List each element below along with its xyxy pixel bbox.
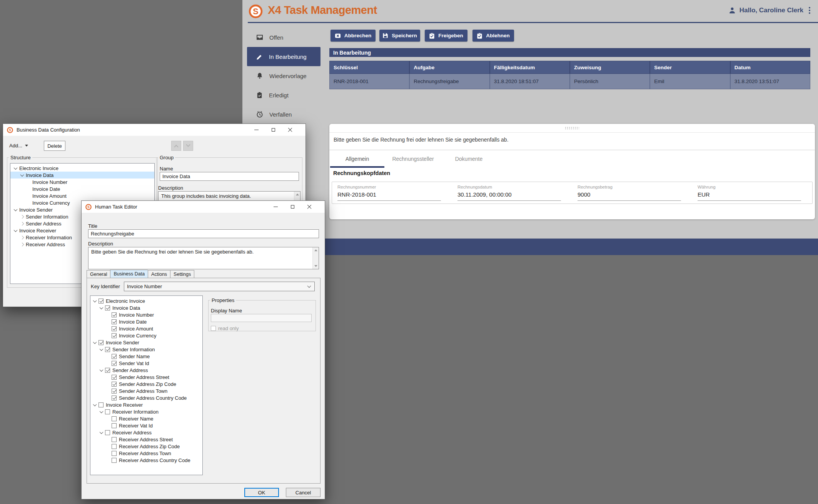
tree-checkbox[interactable]: [112, 389, 117, 394]
tree-chevron-icon[interactable]: [93, 402, 97, 406]
column-header[interactable]: Datum: [731, 61, 810, 73]
tree-checkbox[interactable]: [98, 340, 104, 345]
tree-node[interactable]: Electronic Invoice: [10, 165, 154, 172]
scroll-up-icon[interactable]: [296, 194, 299, 195]
tree-chevron-icon[interactable]: [100, 409, 104, 413]
sidebar-item-verfallen[interactable]: Verfallen: [242, 105, 325, 124]
field-value[interactable]: EUR: [698, 191, 801, 201]
tree-node[interactable]: Sender Information: [90, 346, 202, 353]
close-button[interactable]: [282, 124, 299, 136]
tree-node[interactable]: Invoice Date: [10, 185, 154, 192]
tree-checkbox[interactable]: [112, 451, 117, 456]
add-dropdown-button[interactable]: Add...: [9, 143, 28, 149]
tree-node[interactable]: Invoice Number: [10, 179, 154, 185]
user-menu[interactable]: Hallo, Caroline Clerk: [728, 6, 813, 15]
tree-checkbox[interactable]: [112, 423, 117, 428]
tree-node[interactable]: Invoice Data: [90, 304, 202, 311]
tab-allgemein[interactable]: Allgemein: [329, 150, 385, 168]
tree-chevron-icon[interactable]: [93, 340, 97, 344]
tree-node[interactable]: Invoice Data: [10, 172, 154, 179]
tree-checkbox[interactable]: [112, 444, 117, 449]
tab-settings[interactable]: Settings: [170, 270, 194, 278]
name-input[interactable]: Invoice Data: [160, 172, 299, 181]
tree-chevron-icon[interactable]: [14, 228, 18, 232]
tree-node[interactable]: Receiver Information: [90, 408, 202, 415]
sidebar-item-wiedervorlage[interactable]: Wiedervorlage: [242, 66, 325, 85]
tree-checkbox[interactable]: [105, 305, 110, 310]
key-identifier-dropdown[interactable]: Invoice Number: [124, 282, 315, 291]
tree-checkbox[interactable]: [112, 354, 117, 359]
tab-rechnungssteller[interactable]: Rechnungssteller: [385, 150, 441, 168]
cancel-button[interactable]: Cancel: [286, 488, 321, 497]
tree-checkbox[interactable]: [112, 416, 117, 421]
tree-chevron-icon[interactable]: [20, 242, 24, 246]
tree-checkbox[interactable]: [105, 409, 110, 414]
tree-node[interactable]: Invoice Receiver: [90, 401, 202, 408]
tree-checkbox[interactable]: [112, 361, 117, 366]
title-input[interactable]: Rechnungsfreigabe: [88, 229, 319, 238]
tree-node[interactable]: Receiver Address Street: [90, 436, 202, 443]
tree-chevron-icon[interactable]: [14, 207, 18, 211]
description-textarea[interactable]: Bitte geben Sie die Rechnung frei oder l…: [88, 247, 319, 269]
kebab-menu-icon[interactable]: [806, 6, 813, 15]
tree-checkbox[interactable]: [112, 437, 117, 442]
tree-chevron-icon[interactable]: [100, 368, 104, 372]
window-titlebar[interactable]: S Business Data Configuration: [3, 124, 305, 136]
tab-dokumente[interactable]: Dokumente: [441, 150, 497, 168]
tree-checkbox[interactable]: [112, 458, 117, 463]
freigeben-button[interactable]: Freigeben: [425, 30, 467, 42]
tree-checkbox[interactable]: [105, 347, 110, 352]
tree-checkbox[interactable]: [105, 368, 110, 373]
tree-node[interactable]: Receiver Address Country Code: [90, 457, 202, 464]
drag-handle[interactable]: [565, 127, 579, 130]
tree-checkbox[interactable]: [105, 430, 110, 435]
scroll-down-icon[interactable]: [314, 265, 317, 267]
field-value[interactable]: RNR-2018-001: [337, 191, 441, 201]
ablehnen-button[interactable]: Ablehnen: [472, 30, 514, 42]
ok-button[interactable]: OK: [244, 488, 279, 497]
tree-node[interactable]: Sender Name: [90, 353, 202, 360]
tree-node[interactable]: Electronic Invoice: [90, 297, 202, 304]
tree-node[interactable]: Invoice Sender: [90, 339, 202, 346]
tree-node[interactable]: Invoice Number: [90, 311, 202, 318]
display-name-input[interactable]: [211, 314, 312, 322]
tab-actions[interactable]: Actions: [148, 270, 170, 278]
delete-button[interactable]: Delete: [44, 141, 65, 151]
sidebar-item-erledigt[interactable]: Erledigt: [242, 85, 325, 105]
read-only-field[interactable]: read only: [211, 325, 239, 331]
field-value[interactable]: 9000: [578, 191, 681, 201]
column-header[interactable]: Aufgabe: [410, 61, 490, 73]
tree-node[interactable]: Receiver Address Town: [90, 450, 202, 457]
tree-node[interactable]: Sender Address Zip Code: [90, 381, 202, 387]
table-row[interactable]: RNR-2018-001Rechnungsfreigabe31.8.2020 1…: [329, 74, 810, 89]
window-titlebar[interactable]: S Human Task Editor: [82, 201, 325, 213]
tree-checkbox[interactable]: [112, 333, 117, 338]
tree-node[interactable]: Receiver Address: [90, 429, 202, 436]
tree-node[interactable]: Invoice Currency: [90, 332, 202, 339]
tree-checkbox[interactable]: [112, 382, 117, 387]
tree-node[interactable]: Invoice Amount: [90, 325, 202, 332]
read-only-checkbox[interactable]: [211, 326, 216, 331]
tree-node[interactable]: Sender Vat Id: [90, 360, 202, 367]
tree-node[interactable]: Sender Address: [90, 367, 202, 374]
tree-checkbox[interactable]: [98, 299, 104, 304]
tree-node[interactable]: Sender Address Country Code: [90, 394, 202, 401]
tree-checkbox[interactable]: [112, 319, 117, 324]
move-up-button[interactable]: [171, 141, 181, 151]
tree-node[interactable]: Invoice Date: [90, 318, 202, 325]
tree-node[interactable]: Sender Address Town: [90, 387, 202, 394]
tree-checkbox[interactable]: [112, 396, 117, 401]
tree-chevron-icon[interactable]: [20, 222, 24, 225]
tree-chevron-icon[interactable]: [93, 299, 97, 302]
column-header[interactable]: Schlüssel: [330, 61, 410, 73]
tree-chevron-icon[interactable]: [100, 305, 104, 309]
column-header[interactable]: Sender: [650, 61, 730, 73]
tree-node[interactable]: Sender Address Street: [90, 374, 202, 381]
column-header[interactable]: Zuweisung: [570, 61, 650, 73]
close-button[interactable]: [301, 201, 318, 213]
column-header[interactable]: Fälligkeitsdatum: [490, 61, 570, 73]
minimize-button[interactable]: [267, 201, 284, 213]
tree-node[interactable]: Invoice Amount: [10, 192, 154, 199]
tab-business-data[interactable]: Business Data: [110, 270, 148, 278]
minimize-button[interactable]: [248, 124, 265, 136]
